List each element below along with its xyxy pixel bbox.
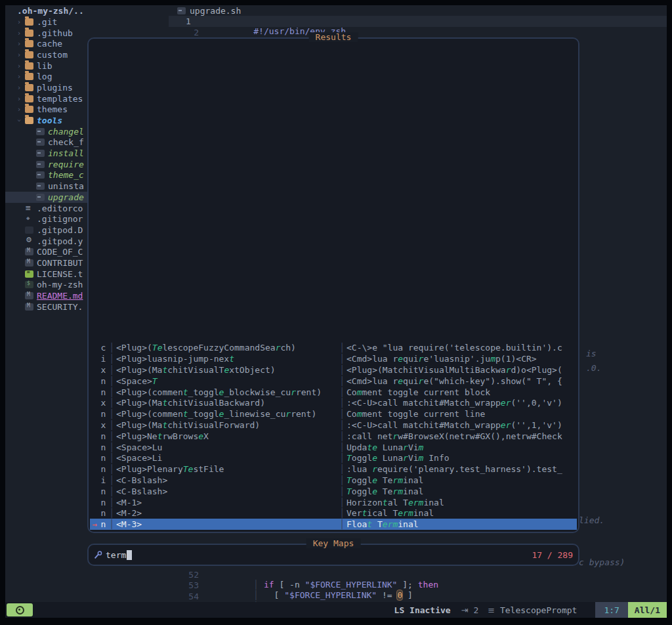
file-name: themes bbox=[37, 104, 68, 114]
chevron-icon bbox=[24, 127, 36, 136]
keymap-lhs: <M-2> bbox=[116, 508, 338, 518]
keymap-result-row[interactable]: n <Space>Li Toggle LunarVim Info bbox=[90, 452, 577, 463]
column-separator bbox=[108, 453, 116, 463]
column-separator bbox=[338, 486, 346, 496]
telescope-results-window: Results c <Plug>(TelescopeFuzzyCommandSe… bbox=[87, 37, 579, 533]
column-separator bbox=[108, 498, 116, 507]
keymap-rhs: Float Terminal bbox=[346, 519, 577, 529]
code-bottom-lines: 52 │ if [ -n "$FORCE_HYPERLINK" ]; then … bbox=[169, 569, 667, 602]
line-number: 52 bbox=[169, 570, 199, 580]
file-name: README.md bbox=[37, 291, 83, 301]
keymap-result-row[interactable]: x <Plug>(MatchitVisualBackward) :<C-U>ca… bbox=[90, 397, 577, 408]
chevron-icon bbox=[24, 182, 36, 190]
chevron-icon bbox=[13, 248, 25, 256]
file-name: cache bbox=[37, 39, 62, 49]
keymap-result-row[interactable]: c <Plug>(TelescopeFuzzyCommandSearch) <C… bbox=[90, 342, 577, 353]
results-title: Results bbox=[309, 32, 358, 42]
file-name: templates bbox=[37, 94, 83, 104]
file-icon bbox=[25, 226, 33, 234]
keymap-lhs: <C-Bslash> bbox=[116, 486, 338, 496]
chevron-icon bbox=[13, 270, 25, 278]
keymap-result-row[interactable]: x <Plug>(MatchitVisualForward) :<C-U>cal… bbox=[90, 420, 577, 431]
keymap-result-row[interactable]: n <Plug>NetrwBrowseX :call netrw#BrowseX… bbox=[90, 431, 577, 442]
code-line[interactable]: 54 │ return $? bbox=[169, 591, 667, 602]
keymap-lhs: <M-3> bbox=[116, 519, 338, 529]
keymap-lhs: <Plug>PlenaryTestFile bbox=[116, 464, 338, 474]
column-separator bbox=[108, 354, 116, 364]
tree-root-folder[interactable]: .oh-my-zsh/.. bbox=[5, 5, 169, 16]
file-icon bbox=[25, 51, 33, 58]
keymap-lhs: <Plug>(MatchitVisualTextObject) bbox=[116, 365, 338, 375]
search-input[interactable]: term bbox=[106, 550, 126, 560]
column-separator bbox=[338, 387, 346, 397]
indent-size: 2 bbox=[473, 605, 478, 615]
keymap-rhs: Comment toggle current block bbox=[346, 387, 577, 397]
chevron-icon bbox=[13, 116, 25, 125]
chevron-icon bbox=[13, 237, 25, 246]
column-separator bbox=[338, 354, 346, 364]
file-icon bbox=[25, 30, 33, 37]
keymap-result-row[interactable]: i <C-Bslash> Toggle Terminal bbox=[90, 475, 577, 486]
statusline-right: LS Inactive ⇥ 2 ≡ TelescopePrompt 1:7 Al… bbox=[394, 602, 667, 618]
column-separator bbox=[108, 519, 116, 529]
chevron-icon bbox=[13, 215, 25, 223]
scroll-progress: All/1 bbox=[628, 602, 667, 618]
tree-item[interactable]: .git bbox=[5, 16, 169, 28]
background-text: is bbox=[586, 349, 597, 358]
chevron-icon bbox=[24, 171, 36, 179]
keymap-mode: x bbox=[99, 365, 108, 375]
keymap-result-row[interactable]: n <M-2> Vertical Terminal bbox=[90, 507, 577, 519]
file-name: tools bbox=[37, 116, 62, 125]
keymap-mode: c bbox=[99, 343, 108, 353]
file-icon bbox=[25, 62, 33, 70]
keymap-rhs: Comment toggle current line bbox=[346, 409, 577, 419]
keymap-mode: n bbox=[99, 519, 108, 529]
keymap-result-row[interactable]: n <Space>Lu Update LunarVim bbox=[90, 442, 577, 453]
code-line[interactable]: 2 bbox=[169, 27, 667, 38]
column-separator bbox=[108, 486, 116, 496]
chevron-icon bbox=[13, 18, 25, 26]
keymap-rhs: <C-\>e "lua require('telescope.builtin')… bbox=[346, 343, 577, 353]
tree-item[interactable]: .github bbox=[5, 28, 169, 39]
file-icon bbox=[36, 161, 45, 168]
file-icon bbox=[25, 281, 33, 288]
file-name: .gitignor bbox=[37, 214, 83, 224]
code-token: ] bbox=[402, 590, 413, 600]
keymap-result-row[interactable]: n <Plug>(comment_toggle_linewise_current… bbox=[90, 408, 577, 420]
keymap-result-row[interactable]: n <Plug>(comment_toggle_blockwise_curren… bbox=[90, 387, 577, 398]
keymap-mode: n bbox=[99, 387, 108, 397]
file-icon bbox=[25, 106, 33, 113]
file-icon bbox=[25, 270, 33, 278]
keymap-result-row[interactable]: n <Plug>PlenaryTestFile :lua require('pl… bbox=[90, 463, 577, 475]
chevron-icon bbox=[24, 193, 36, 202]
keymap-lhs: <Plug>(comment_toggle_linewise_current) bbox=[116, 409, 338, 419]
file-icon bbox=[25, 18, 33, 26]
keymap-result-row[interactable]: n <C-Bslash> Toggle Terminal bbox=[90, 486, 577, 497]
keymap-result-row[interactable]: n <M-1> Horizontal Terminal bbox=[90, 497, 577, 508]
code-top-lines: 1 #!/usr/bin/env zsh 2 bbox=[169, 16, 667, 38]
keymap-mode: n bbox=[99, 431, 108, 441]
neovim-app: .oh-my-zsh/.. .git .github c bbox=[5, 5, 667, 618]
column-separator bbox=[108, 343, 116, 353]
file-name: log bbox=[37, 72, 52, 81]
column-separator bbox=[108, 508, 116, 518]
keymap-result-row[interactable]: n <Space>T <Cmd>lua require("which-key")… bbox=[90, 376, 577, 387]
keymap-result-row[interactable]: n <M-3> Float Terminal bbox=[90, 519, 577, 530]
statusline: LS Inactive ⇥ 2 ≡ TelescopePrompt 1:7 Al… bbox=[5, 602, 667, 618]
column-separator bbox=[108, 365, 116, 375]
vim-mode-indicator bbox=[7, 603, 33, 616]
filetype-info: ≡ TelescopePrompt bbox=[488, 605, 577, 615]
column-separator bbox=[338, 453, 346, 463]
file-name: plugins bbox=[37, 83, 73, 93]
file-icon bbox=[25, 248, 33, 255]
keymap-result-row[interactable]: x <Plug>(MatchitVisualTextObject) <Plug>… bbox=[90, 364, 577, 376]
column-separator bbox=[338, 498, 346, 507]
chevron-icon bbox=[13, 29, 25, 37]
column-separator bbox=[338, 343, 346, 353]
file-name: custom bbox=[37, 50, 68, 60]
file-icon bbox=[36, 139, 45, 146]
keymap-result-row[interactable]: i <Plug>luasnip-jump-next <Cmd>lua requi… bbox=[90, 353, 577, 364]
file-icon bbox=[25, 73, 33, 80]
file-icon bbox=[25, 215, 33, 223]
file-icon bbox=[36, 150, 45, 157]
